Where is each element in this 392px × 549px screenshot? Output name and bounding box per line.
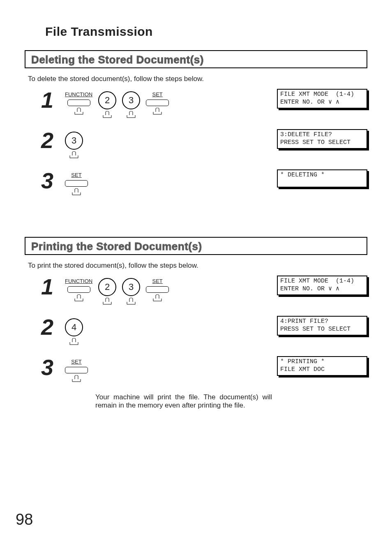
press-icon: [71, 188, 82, 196]
lcd-display: * DELETING *: [277, 169, 367, 188]
set-key[interactable]: [65, 367, 88, 373]
press-icon: [152, 108, 163, 115]
section-intro: To print the stored document(s), follow …: [28, 262, 367, 270]
key-digit: 4: [65, 318, 83, 345]
step-left: 1 FUNCTION 2 3: [37, 89, 169, 118]
key-digit: 3: [122, 278, 140, 305]
key-row: FUNCTION 2 3: [65, 276, 169, 305]
key-row: 3: [65, 129, 83, 159]
step-row: 2 3 3:DELETE FILE? PRESS SET TO SELECT: [37, 129, 367, 159]
step-row: 3 SET * DELETING *: [37, 169, 367, 196]
key-digit: 2: [98, 91, 116, 118]
key-row: SET: [65, 169, 88, 196]
step-number: 3: [37, 169, 53, 192]
lcd-display: 4:PRINT FILE? PRESS SET TO SELECT: [277, 316, 367, 336]
press-icon: [68, 338, 80, 345]
key-label: FUNCTION: [65, 91, 92, 97]
key-set: SET: [65, 172, 88, 196]
step-number: 2: [37, 316, 53, 338]
press-icon: [125, 298, 137, 305]
key-label: FUNCTION: [65, 278, 92, 284]
key-row: SET: [65, 356, 88, 382]
step-left: 3 SET: [37, 356, 88, 382]
page-number: 98: [16, 511, 33, 528]
digit-key-3[interactable]: 3: [65, 132, 83, 150]
key-row: FUNCTION 2 3: [65, 89, 169, 118]
set-key[interactable]: [65, 180, 88, 187]
digit-key-4[interactable]: 4: [65, 318, 83, 336]
press-icon: [73, 294, 85, 302]
key-set: SET: [146, 278, 169, 302]
lcd-display: * PRINTING * FILE XMT DOC: [277, 356, 367, 376]
step-row: 2 4 4:PRINT FILE? PRESS SET TO SELECT: [37, 316, 367, 345]
section-heading: Deleting the Stored Document(s): [31, 53, 204, 66]
step-row: 1 FUNCTION 2 3: [37, 276, 367, 305]
section-intro: To delete the stored document(s), follow…: [28, 75, 367, 83]
key-set: SET: [65, 359, 88, 382]
function-key[interactable]: [67, 100, 90, 106]
section-heading-box: Printing the Stored Document(s): [25, 237, 367, 255]
page-title: File Transmission: [45, 25, 367, 39]
step-left: 1 FUNCTION 2 3: [37, 276, 169, 305]
step-number: 3: [37, 356, 53, 378]
digit-key-2[interactable]: 2: [98, 91, 116, 109]
function-key[interactable]: [67, 286, 90, 293]
key-label: SET: [71, 172, 81, 178]
digit-key-3[interactable]: 3: [122, 91, 140, 109]
key-set: SET: [146, 91, 169, 115]
key-label: SET: [152, 278, 163, 284]
page: File Transmission Deleting the Stored Do…: [0, 0, 392, 549]
step-row: 1 FUNCTION 2 3: [37, 89, 367, 118]
step-left: 3 SET: [37, 169, 88, 196]
step-number: 2: [37, 129, 53, 151]
step-number: 1: [37, 276, 53, 298]
set-key[interactable]: [146, 100, 169, 106]
press-icon: [68, 151, 80, 159]
step-number: 1: [37, 89, 53, 111]
key-function: FUNCTION: [65, 278, 92, 302]
section-heading-box: Deleting the Stored Document(s): [25, 50, 367, 68]
key-label: SET: [71, 359, 81, 365]
press-icon: [125, 111, 137, 118]
press-icon: [152, 294, 163, 302]
press-icon: [101, 298, 113, 305]
section-heading: Printing the Stored Document(s): [31, 240, 202, 253]
key-label: SET: [152, 91, 163, 97]
key-row: 4: [65, 316, 83, 345]
key-digit: 2: [98, 278, 116, 305]
digit-key-3[interactable]: 3: [122, 278, 140, 296]
lcd-display: FILE XMT MODE (1-4) ENTER NO. OR ∨ ∧: [277, 276, 367, 295]
step-left: 2 4: [37, 316, 83, 345]
press-icon: [101, 111, 113, 118]
key-function: FUNCTION: [65, 91, 92, 115]
key-digit: 3: [122, 91, 140, 118]
step-row: 3 SET * PRINTING * FILE XMT DOC: [37, 356, 367, 382]
section-note: Your machine will print the file. The do…: [95, 393, 272, 410]
step-left: 2 3: [37, 129, 83, 159]
lcd-display: FILE XMT MODE (1-4) ENTER NO. OR ∨ ∧: [277, 89, 367, 109]
set-key[interactable]: [146, 286, 169, 293]
press-icon: [71, 375, 82, 382]
press-icon: [73, 108, 85, 115]
key-digit: 3: [65, 132, 83, 159]
digit-key-2[interactable]: 2: [98, 278, 116, 296]
lcd-display: 3:DELETE FILE? PRESS SET TO SELECT: [277, 129, 367, 149]
